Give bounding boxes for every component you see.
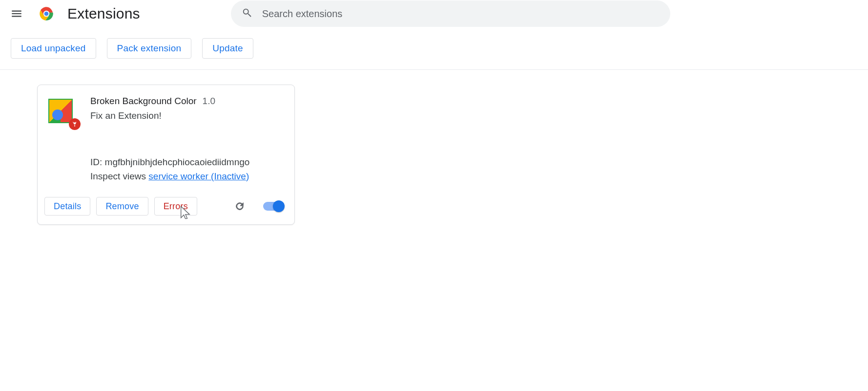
extension-icon-wrap xyxy=(48,99,76,126)
dev-toolbar: Load unpacked Pack extension Update xyxy=(0,27,868,69)
service-worker-link[interactable]: service worker (Inactive) xyxy=(148,171,249,181)
extension-id-row: ID: mgfbhjnibhjdehcphiocaoiediidmngo xyxy=(90,155,284,170)
details-button[interactable]: Details xyxy=(44,197,90,216)
extensions-grid: Broken Background Color 1.0 Fix an Exten… xyxy=(0,70,868,239)
search-bar[interactable] xyxy=(231,0,670,27)
error-badge-icon xyxy=(69,118,81,130)
update-button[interactable]: Update xyxy=(202,38,253,59)
reload-icon[interactable] xyxy=(232,198,248,214)
search-input[interactable] xyxy=(262,8,660,20)
errors-button[interactable]: Errors xyxy=(154,197,197,216)
inspect-views-label: Inspect views xyxy=(90,171,148,181)
page-title: Extensions xyxy=(67,5,140,22)
pack-extension-button[interactable]: Pack extension xyxy=(107,38,192,59)
enable-toggle[interactable] xyxy=(263,202,284,211)
extension-icon xyxy=(48,99,73,123)
inspect-views-row: Inspect views service worker (Inactive) xyxy=(90,170,284,184)
load-unpacked-button[interactable]: Load unpacked xyxy=(11,38,96,59)
toggle-knob xyxy=(273,200,285,212)
extension-id-label: ID: xyxy=(90,157,105,167)
extension-name: Broken Background Color xyxy=(90,96,197,107)
chrome-logo-icon xyxy=(39,6,54,21)
extension-description: Fix an Extension! xyxy=(90,110,284,121)
search-icon xyxy=(242,7,252,20)
extension-id-value: mgfbhjnibhjdehcphiocaoiediidmngo xyxy=(105,157,250,167)
page-header: Extensions xyxy=(0,0,868,27)
remove-button[interactable]: Remove xyxy=(96,197,148,216)
extension-card: Broken Background Color 1.0 Fix an Exten… xyxy=(37,85,295,225)
hamburger-icon[interactable] xyxy=(6,3,27,24)
extension-version: 1.0 xyxy=(203,96,215,107)
